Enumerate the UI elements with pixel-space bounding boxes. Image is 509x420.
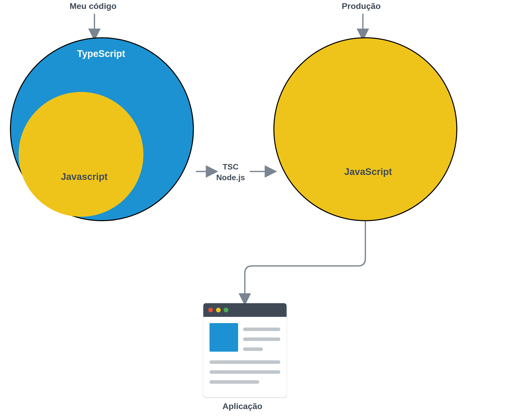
arrow-mycode-to-typescript — [92, 14, 97, 39]
window-minimize-dot — [216, 308, 221, 312]
app-content-line — [210, 360, 280, 364]
compiler-line2: Node.js — [216, 172, 245, 183]
app-titlebar — [203, 303, 287, 317]
application-window-icon — [203, 303, 287, 397]
typescript-label: TypeScript — [77, 48, 125, 59]
arrow-compiler-to-javascript — [250, 169, 275, 174]
javascript-output-label: JavaScript — [344, 167, 392, 177]
app-content-line — [210, 370, 280, 374]
compiler-label: TSC Node.js — [216, 162, 245, 183]
application-label: Aplicação — [222, 401, 262, 411]
arrow-production-to-javascript — [360, 14, 365, 39]
javascript-inner-label: Javascript — [61, 171, 108, 182]
app-thumbnail — [210, 323, 238, 352]
arrow-javascript-to-app — [241, 221, 390, 306]
window-close-dot — [208, 308, 213, 312]
javascript-inner-circle — [19, 92, 143, 217]
my-code-label: Meu código — [70, 1, 117, 11]
javascript-output-circle — [273, 37, 457, 221]
compiler-line1: TSC — [216, 162, 245, 172]
app-content-line — [243, 328, 280, 331]
production-label: Produção — [342, 1, 381, 11]
arrow-typescript-to-compiler — [196, 169, 216, 174]
window-maximize-dot — [224, 308, 228, 312]
app-content-line — [210, 380, 259, 384]
app-body — [203, 317, 287, 397]
app-content-line — [243, 337, 280, 341]
app-content-line — [243, 347, 263, 351]
